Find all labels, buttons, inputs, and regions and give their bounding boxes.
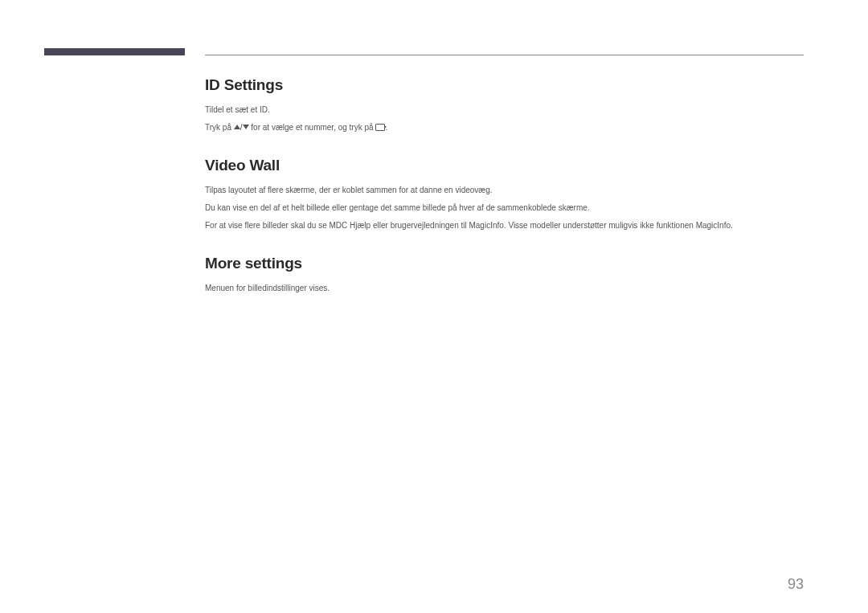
id-settings-text-2a: Tryk på [205,123,234,132]
video-wall-heading: Video Wall [205,157,804,174]
video-wall-text-2: Du kan vise en del af et helt billede el… [205,202,804,215]
page-number: 93 [788,576,804,593]
more-settings-heading: More settings [205,255,804,272]
up-arrow-icon [234,125,240,129]
id-settings-heading: ID Settings [205,76,804,94]
video-wall-text-3: For at vise flere billeder skal du se MD… [205,219,804,232]
horizontal-rule [205,55,804,55]
video-wall-section: Video Wall Tilpas layoutet af flere skær… [205,157,804,232]
id-settings-text-2: Tryk på / for at vælge et nummer, og try… [205,121,804,134]
down-arrow-icon [243,125,249,129]
video-wall-text-1: Tilpas layoutet af flere skærme, der er … [205,184,804,197]
id-settings-section: ID Settings Tildel et sæt et ID. Tryk på… [205,76,804,134]
id-settings-text-2b: for at vælge et nummer, og tryk på [251,123,375,132]
more-settings-text-1: Menuen for billedindstillinger vises. [205,282,804,295]
chapter-indicator-bar [44,48,185,55]
page-content: ID Settings Tildel et sæt et ID. Tryk på… [205,76,804,317]
more-settings-section: More settings Menuen for billedindstilli… [205,255,804,295]
enter-icon [375,124,385,131]
id-settings-text-1: Tildel et sæt et ID. [205,104,804,116]
